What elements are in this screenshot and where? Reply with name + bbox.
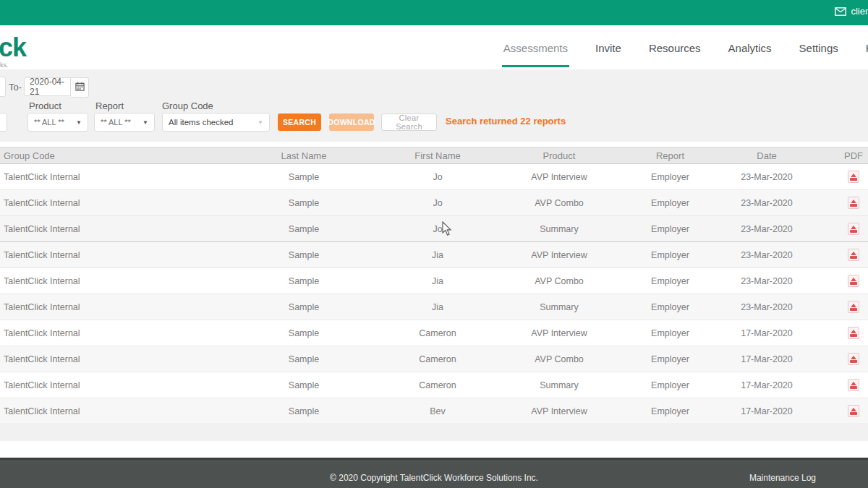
pdf-icon[interactable] (848, 327, 859, 339)
product-cell: AVP Interview (472, 406, 646, 416)
product-cell: Summary (472, 302, 646, 312)
to-date-input[interactable]: 2020-04-21 (24, 77, 71, 96)
product-cell: Summary (472, 380, 646, 390)
report-cell: Employer (646, 406, 694, 416)
first-name-cell: Cameron (403, 380, 472, 390)
date-cell: 17-Mar-2020 (694, 354, 839, 364)
calendar-icon (75, 81, 85, 94)
group-code-cell: TalentClick Internal (0, 224, 205, 234)
table-row[interactable]: TalentClick Internal Sample Bev AVP Inte… (0, 398, 868, 424)
calendar-button[interactable] (71, 77, 89, 98)
logo: ck (0, 33, 26, 63)
table-row[interactable]: TalentClick Internal Sample Jia AVP Inte… (0, 242, 868, 268)
last-name-cell: Sample (205, 198, 403, 208)
column-header-group-code: Group Code (0, 150, 205, 161)
table-row[interactable]: TalentClick Internal Sample Jo AVP Combo… (0, 190, 868, 216)
nav-invite[interactable]: Invite (594, 27, 623, 67)
from-date-input-clipped[interactable] (0, 77, 6, 97)
report-cell: Employer (646, 172, 694, 182)
nav-resources[interactable]: Resources (647, 27, 702, 67)
product-select-value: ** ALL ** (34, 118, 64, 127)
report-cell: Employer (646, 328, 694, 338)
pdf-cell (839, 171, 868, 183)
pdf-icon[interactable] (848, 223, 859, 235)
search-result-count: Search returned 22 reports (446, 116, 566, 127)
envelope-icon (835, 7, 846, 16)
chevron-down-icon: ▼ (142, 119, 148, 126)
account-menu[interactable]: cliente (835, 6, 868, 17)
first-name-cell: Jia (403, 250, 472, 260)
report-cell: Employer (646, 380, 694, 390)
group-code-cell: TalentClick Internal (0, 354, 205, 364)
product-filter-label: Product (29, 100, 61, 111)
nav-settings[interactable]: Settings (798, 27, 840, 67)
table-row[interactable]: TalentClick Internal Sample Jia AVP Comb… (0, 268, 868, 294)
group-code-cell: TalentClick Internal (0, 276, 205, 286)
date-cell: 23-Mar-2020 (694, 172, 839, 182)
column-header-first-name: First Name (403, 150, 472, 161)
column-header-last-name: Last Name (205, 150, 403, 161)
pdf-icon[interactable] (848, 405, 859, 417)
report-cell: Employer (646, 276, 694, 286)
first-name-cell: Jia (403, 276, 472, 286)
group-code-cell: TalentClick Internal (0, 406, 205, 416)
pdf-icon[interactable] (848, 301, 859, 313)
report-select[interactable]: ** ALL ** ▼ (94, 113, 155, 132)
group-code-filter-label: Group Code (162, 100, 213, 111)
first-name-cell: Cameron (403, 328, 472, 338)
page-bottom-gap (0, 441, 868, 458)
pdf-cell (839, 301, 868, 313)
group-code-cell: TalentClick Internal (0, 328, 205, 338)
copyright-text: © 2020 Copyright TalentClick Workforce S… (0, 473, 868, 483)
first-name-cell: Cameron (403, 354, 472, 364)
report-filter-label: Report (95, 100, 124, 111)
group-code-select[interactable]: All items checked ▼ (162, 113, 270, 132)
product-cell: AVP Interview (472, 250, 646, 260)
table-row[interactable]: TalentClick Internal Sample Cameron AVP … (0, 346, 868, 372)
pdf-cell (839, 379, 868, 391)
pdf-icon[interactable] (848, 379, 859, 391)
pdf-icon[interactable] (848, 249, 859, 261)
search-button[interactable]: SEARCH (278, 114, 321, 131)
last-name-cell: Sample (205, 172, 403, 182)
last-name-cell: Sample (205, 276, 403, 286)
table-row[interactable]: TalentClick Internal Sample Cameron AVP … (0, 320, 868, 346)
nav-help[interactable]: He (864, 27, 868, 67)
pdf-icon[interactable] (848, 275, 859, 287)
product-select[interactable]: ** ALL ** ▼ (27, 113, 88, 132)
table-row[interactable]: TalentClick Internal Sample Jo Summary E… (0, 216, 868, 242)
date-cell: 23-Mar-2020 (694, 250, 839, 260)
group-code-cell: TalentClick Internal (0, 380, 205, 390)
report-cell: Employer (646, 302, 694, 312)
report-cell: Employer (646, 250, 694, 260)
pdf-icon[interactable] (848, 353, 859, 365)
account-label: cliente (851, 6, 868, 17)
maintenance-log-link[interactable]: Maintenance Log (749, 473, 816, 483)
product-cell: AVP Combo (472, 198, 646, 208)
column-header-product: Product (472, 150, 646, 161)
clear-search-button[interactable]: Clear Search (381, 114, 437, 131)
date-cell: 17-Mar-2020 (694, 406, 839, 416)
keyword-input-clipped[interactable] (0, 113, 7, 132)
last-name-cell: Sample (205, 328, 403, 338)
download-button[interactable]: DOWNLOAD (329, 114, 374, 131)
group-code-cell: TalentClick Internal (0, 172, 205, 182)
table-row[interactable]: TalentClick Internal Sample Cameron Summ… (0, 372, 868, 398)
pdf-icon[interactable] (848, 197, 859, 209)
pdf-cell (839, 405, 868, 417)
column-header-pdf: PDF (839, 150, 868, 161)
report-select-value: ** ALL ** (101, 118, 131, 127)
group-code-cell: TalentClick Internal (0, 250, 205, 260)
report-cell: Employer (646, 198, 694, 208)
app-window: cliente ck ks. Assessments Invite Resour… (0, 0, 868, 488)
nav-assessments[interactable]: Assessments (502, 27, 569, 67)
table-row[interactable]: TalentClick Internal Sample Jo AVP Inter… (0, 164, 868, 190)
main-nav: Assessments Invite Resources Analytics S… (502, 25, 868, 69)
product-cell: Summary (472, 224, 646, 234)
table-row[interactable]: TalentClick Internal Sample Jia Summary … (0, 294, 868, 320)
chevron-down-icon: ▼ (258, 119, 263, 126)
nav-analytics[interactable]: Analytics (727, 27, 773, 67)
pdf-icon[interactable] (848, 171, 859, 183)
group-code-select-value: All items checked (169, 118, 233, 127)
table-header-row: Group Code Last Name First Name Product … (0, 147, 868, 164)
